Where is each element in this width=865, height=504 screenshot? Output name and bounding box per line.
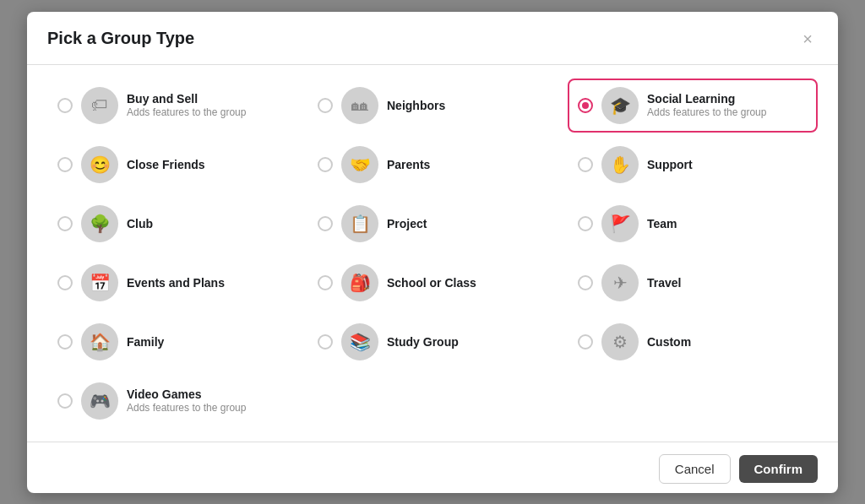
label-project: Project: [387, 217, 427, 230]
text-study-group: Study Group: [387, 335, 459, 349]
label-family: Family: [127, 335, 164, 349]
label-club: Club: [127, 217, 153, 230]
text-school-or-class: School or Class: [387, 276, 476, 290]
confirm-button[interactable]: Confirm: [739, 455, 819, 483]
radio-video-games: [57, 393, 73, 409]
footer-divider: [27, 442, 838, 442]
text-neighbors: Neighbors: [387, 99, 445, 112]
text-project: Project: [387, 217, 427, 230]
label-custom: Custom: [647, 335, 691, 349]
radio-club: [57, 216, 73, 231]
text-buy-and-sell: Buy and SellAdds features to the group: [127, 92, 246, 118]
modal-title: Pick a Group Type: [47, 29, 194, 48]
option-custom[interactable]: ⚙Custom: [568, 315, 818, 369]
options-grid: 🏷Buy and SellAdds features to the group🏘…: [47, 79, 818, 428]
radio-study-group: [318, 334, 333, 350]
option-study-group[interactable]: 📚Study Group: [307, 315, 558, 369]
modal-footer: Cancel Confirm: [47, 454, 818, 484]
modal-header: Pick a Group Type ×: [47, 29, 818, 49]
icon-study-group: 📚: [341, 323, 378, 360]
header-divider: [27, 64, 838, 65]
sub-video-games: Adds features to the group: [127, 402, 246, 414]
text-team: Team: [647, 217, 677, 230]
label-school-or-class: School or Class: [387, 276, 476, 290]
text-parents: Parents: [387, 158, 430, 171]
label-team: Team: [647, 217, 677, 230]
icon-buy-and-sell: 🏷: [81, 87, 118, 124]
sub-social-learning: Adds features to the group: [647, 106, 766, 118]
radio-buy-and-sell: [57, 98, 73, 113]
sub-buy-and-sell: Adds features to the group: [127, 106, 246, 118]
option-family[interactable]: 🏠Family: [47, 315, 297, 369]
text-support: Support: [647, 158, 693, 171]
text-close-friends: Close Friends: [127, 158, 205, 171]
option-club[interactable]: 🌳Club: [47, 197, 297, 251]
label-travel: Travel: [647, 276, 681, 290]
text-family: Family: [127, 335, 164, 349]
radio-support: [578, 157, 593, 172]
icon-parents: 🤝: [341, 146, 378, 183]
text-social-learning: Social LearningAdds features to the grou…: [647, 92, 766, 118]
label-video-games: Video Games: [127, 387, 246, 401]
label-study-group: Study Group: [387, 335, 459, 349]
text-video-games: Video GamesAdds features to the group: [127, 387, 246, 414]
radio-team: [578, 216, 593, 231]
label-parents: Parents: [387, 158, 430, 171]
icon-school-or-class: 🎒: [341, 264, 378, 301]
icon-neighbors: 🏘: [341, 87, 378, 124]
modal-overlay: Pick a Group Type × 🏷Buy and SellAdds fe…: [0, 0, 865, 504]
option-project[interactable]: 📋Project: [307, 197, 558, 251]
icon-support: ✋: [601, 146, 639, 183]
radio-events-and-plans: [57, 275, 73, 290]
text-events-and-plans: Events and Plans: [127, 276, 225, 290]
radio-custom: [578, 334, 593, 350]
text-club: Club: [127, 217, 153, 230]
option-parents[interactable]: 🤝Parents: [307, 138, 558, 192]
icon-custom: ⚙: [601, 323, 639, 360]
text-custom: Custom: [647, 335, 691, 349]
option-events-and-plans[interactable]: 📅Events and Plans: [47, 256, 297, 310]
option-support[interactable]: ✋Support: [568, 138, 818, 192]
icon-social-learning: 🎓: [601, 87, 639, 124]
label-close-friends: Close Friends: [127, 158, 205, 171]
option-video-games[interactable]: 🎮Video GamesAdds features to the group: [47, 374, 297, 428]
radio-neighbors: [318, 98, 333, 113]
radio-project: [318, 216, 333, 231]
close-button[interactable]: ×: [797, 29, 818, 49]
option-buy-and-sell[interactable]: 🏷Buy and SellAdds features to the group: [47, 79, 297, 133]
cancel-button[interactable]: Cancel: [659, 454, 731, 484]
icon-travel: ✈: [601, 264, 639, 301]
option-school-or-class[interactable]: 🎒School or Class: [307, 256, 558, 310]
label-neighbors: Neighbors: [387, 99, 445, 112]
radio-family: [57, 334, 73, 350]
option-travel[interactable]: ✈Travel: [568, 256, 818, 310]
radio-social-learning: [578, 98, 593, 113]
option-team[interactable]: 🚩Team: [568, 197, 818, 251]
radio-school-or-class: [318, 275, 333, 290]
radio-travel: [578, 275, 593, 290]
icon-family: 🏠: [81, 323, 118, 360]
radio-parents: [318, 157, 333, 172]
option-social-learning[interactable]: 🎓Social LearningAdds features to the gro…: [568, 79, 818, 133]
label-events-and-plans: Events and Plans: [127, 276, 225, 290]
icon-events-and-plans: 📅: [81, 264, 118, 301]
label-social-learning: Social Learning: [647, 92, 766, 106]
icon-club: 🌳: [81, 205, 118, 242]
icon-video-games: 🎮: [81, 382, 118, 420]
icon-team: 🚩: [601, 205, 639, 242]
option-close-friends[interactable]: 😊Close Friends: [47, 138, 297, 192]
label-buy-and-sell: Buy and Sell: [127, 92, 246, 106]
icon-project: 📋: [341, 205, 378, 242]
text-travel: Travel: [647, 276, 681, 290]
label-support: Support: [647, 158, 693, 171]
modal-dialog: Pick a Group Type × 🏷Buy and SellAdds fe…: [27, 12, 838, 493]
icon-close-friends: 😊: [81, 146, 118, 183]
option-neighbors[interactable]: 🏘Neighbors: [307, 79, 558, 133]
radio-close-friends: [57, 157, 73, 172]
